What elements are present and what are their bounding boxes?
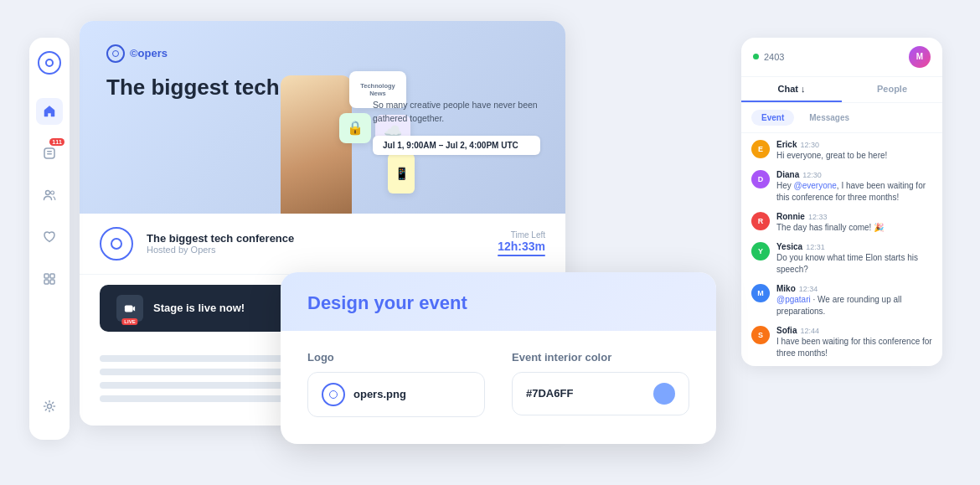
- msg-name: Miko: [776, 284, 796, 293]
- svg-rect-6: [50, 274, 54, 278]
- avatar-ronnie: R: [751, 212, 770, 230]
- live-badge: LIVE: [121, 318, 137, 325]
- color-field-input[interactable]: #7DA6FF: [512, 372, 689, 415]
- msg-text: Hey @everyone, I have been waiting for t…: [776, 180, 932, 204]
- event-info-name: The biggest tech conference: [147, 232, 484, 245]
- message-content: Miko 12:34 @pgatari · We are rounding up…: [776, 284, 932, 317]
- chat-message-list: E Erick 12:30 Hi everyone, great to be h…: [741, 133, 942, 366]
- chat-message: R Ronnie 12:33 The day has finally come!…: [751, 212, 932, 234]
- mention-pgatari: @pgatari: [776, 295, 811, 304]
- chat-sub-tab-bar: Event Messages: [741, 103, 942, 133]
- sidebar-item-grid[interactable]: [36, 266, 63, 292]
- sidebar-nav: 111: [36, 98, 63, 376]
- tab-people[interactable]: People: [842, 77, 942, 102]
- msg-time: 12:34: [799, 285, 818, 293]
- brand-name: ©opers: [130, 47, 168, 59]
- chat-message: D Diana 12:30 Hey @everyone, I have been…: [751, 170, 932, 204]
- msg-text: Do you know what time Elon starts his sp…: [776, 252, 932, 276]
- mention-everyone: @everyone: [794, 181, 837, 190]
- message-header: Yesica 12:31: [776, 242, 932, 251]
- msg-name: Sofia: [776, 326, 797, 335]
- avatar-erick: E: [751, 140, 770, 158]
- msg-name: Yesica: [776, 242, 802, 251]
- color-field-label: Event interior color: [512, 351, 689, 364]
- msg-time: 12:30: [800, 141, 819, 149]
- msg-text: Hi everyone, great to be here!: [776, 150, 932, 162]
- msg-time: 12:31: [806, 243, 825, 251]
- event-date-badge: Jul 1, 9:00AM – Jul 2, 4:00PM UTC: [373, 136, 540, 155]
- event-hero-banner: ©opers The biggest tech conference Techn…: [80, 21, 565, 214]
- logo-filename: opers.png: [353, 388, 406, 400]
- event-icon-ring: [100, 227, 133, 261]
- svg-point-4: [51, 191, 54, 194]
- tab-chat[interactable]: Chat ↓: [741, 77, 842, 102]
- sidebar: 111: [29, 38, 70, 440]
- color-hex-value: #7DA6FF: [526, 387, 573, 400]
- sidebar-item-home[interactable]: [36, 98, 63, 125]
- logo-preview-icon: [322, 383, 345, 406]
- chat-room-id: 2403: [753, 52, 784, 62]
- message-content: Erick 12:30 Hi everyone, great to be her…: [776, 140, 932, 162]
- camera-icon: LIVE: [116, 295, 143, 322]
- timer-underline: [498, 255, 545, 256]
- message-header: Sofia 12:44: [776, 326, 932, 335]
- message-header: Ronnie 12:33: [776, 212, 932, 221]
- stage-text: Stage is live now!: [153, 302, 245, 314]
- msg-time: 12:33: [808, 213, 828, 221]
- color-field: Event interior color #7DA6FF: [512, 351, 689, 417]
- event-info-bar: The biggest tech conference Hosted by Op…: [80, 214, 565, 275]
- sidebar-item-people[interactable]: [36, 182, 63, 209]
- svg-rect-1: [47, 151, 52, 152]
- avatar-diana: D: [751, 170, 770, 188]
- online-indicator: [753, 54, 759, 59]
- sidebar-item-notifications[interactable]: 111: [36, 140, 63, 167]
- sub-tab-event[interactable]: Event: [751, 110, 794, 126]
- msg-text: @pgatari · We are rounding up all prepar…: [776, 294, 932, 317]
- svg-rect-10: [125, 305, 133, 312]
- deco-person-image: [281, 75, 352, 214]
- msg-time: 12:30: [802, 171, 822, 179]
- avatar-yesica: Y: [751, 242, 770, 261]
- timer-label: Time Left: [511, 230, 545, 240]
- brand-logo-icon: [106, 44, 125, 63]
- sub-tab-messages[interactable]: Messages: [799, 110, 859, 126]
- avatar-sofia: S: [751, 326, 770, 344]
- event-hero-details: So many creative people have never been …: [364, 41, 549, 214]
- chat-tab-bar: Chat ↓ People: [741, 77, 942, 103]
- message-content: Sofia 12:44 I have been waiting for this…: [776, 326, 932, 359]
- design-panel-body: Logo opers.png Event interior color #7DA…: [281, 331, 716, 444]
- event-info-host: Hosted by Opers: [147, 245, 484, 255]
- msg-text: The day has finally come! 🎉: [776, 222, 932, 234]
- chat-message: E Erick 12:30 Hi everyone, great to be h…: [751, 140, 932, 162]
- svg-point-9: [48, 404, 52, 408]
- sidebar-settings[interactable]: [36, 393, 63, 420]
- msg-text: I have been waiting for this conference …: [776, 336, 932, 359]
- message-header: Erick 12:30: [776, 140, 932, 149]
- msg-time: 12:44: [800, 327, 819, 335]
- chat-panel: 2403 M Chat ↓ People Event Messages E: [741, 38, 942, 366]
- message-content: Ronnie 12:33 The day has finally come! 🎉: [776, 212, 932, 234]
- event-timer: Time Left 12h:33m: [498, 230, 545, 256]
- message-content: Yesica 12:31 Do you know what time Elon …: [776, 242, 932, 276]
- design-event-panel: Design your event Logo opers.png Event i…: [281, 272, 716, 444]
- message-content: Diana 12:30 Hey @everyone, I have been w…: [776, 170, 932, 204]
- logo-field-label: Logo: [307, 351, 485, 364]
- design-panel-title: Design your event: [307, 292, 689, 314]
- chat-message: S Sofia 12:44 I have been waiting for th…: [751, 326, 932, 359]
- message-header: Miko 12:34: [776, 284, 932, 293]
- svg-rect-8: [50, 280, 54, 284]
- color-swatch: [653, 383, 675, 405]
- sidebar-logo[interactable]: [38, 51, 61, 75]
- event-description: So many creative people have never been …: [373, 99, 540, 126]
- msg-name: Diana: [776, 170, 799, 179]
- user-avatar[interactable]: M: [909, 46, 931, 68]
- main-scene: 111: [29, 21, 951, 465]
- logo-field-input[interactable]: opers.png: [307, 372, 485, 417]
- notification-badge: 111: [49, 138, 64, 146]
- msg-name: Erick: [776, 140, 797, 149]
- sidebar-item-favorites[interactable]: [36, 224, 63, 250]
- avatar-miko: M: [751, 284, 770, 302]
- room-id-text: 2403: [764, 52, 784, 62]
- msg-name: Ronnie: [776, 212, 805, 221]
- svg-point-3: [46, 190, 50, 194]
